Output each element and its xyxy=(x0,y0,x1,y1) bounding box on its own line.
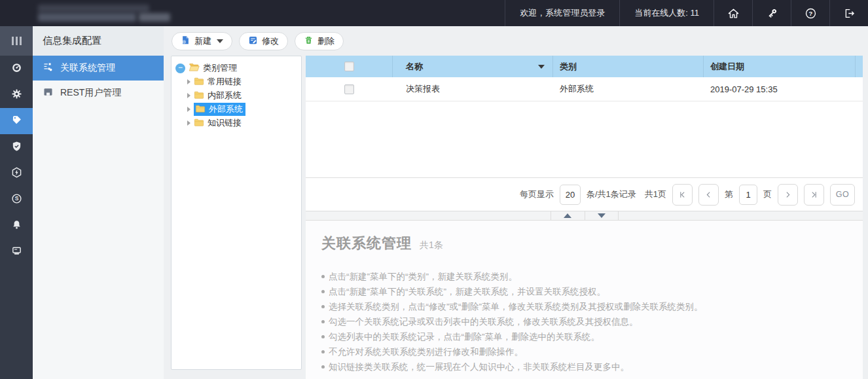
tree-node[interactable]: 内部系统 xyxy=(175,89,297,102)
sidebar-item-dashboard[interactable] xyxy=(0,56,33,82)
cell-name: 决策报表 xyxy=(406,83,440,95)
logout-button[interactable] xyxy=(829,0,868,26)
table-row[interactable]: 决策报表 外部系统 2019-07-29 15:35 xyxy=(306,77,863,101)
tree-node-label: 外部系统 xyxy=(209,103,243,115)
tree-node-label: 常用链接 xyxy=(208,76,242,88)
sidebar-item-notifications[interactable] xyxy=(0,213,33,239)
app-body: S 信息集成配置 关联系统管理 xyxy=(0,26,868,379)
rest-users-icon xyxy=(43,86,54,99)
tag-icon xyxy=(11,115,22,128)
dashboard-icon xyxy=(11,62,22,75)
sort-descending-icon[interactable] xyxy=(538,65,545,69)
nav-item-rest-users[interactable]: REST用户管理 xyxy=(33,81,164,105)
topbar-spacer xyxy=(183,0,505,26)
modify-button[interactable]: 修改 xyxy=(239,32,288,50)
column-header-category[interactable]: 类别 xyxy=(553,56,704,77)
table-header-row: 名称 类别 创建日期 xyxy=(306,56,863,77)
welcome-text: 欢迎，系统管理员登录 xyxy=(505,0,619,26)
go-button-label: GO xyxy=(836,190,849,199)
sidebar-item-terminal[interactable] xyxy=(0,239,33,265)
nav-item-related-systems[interactable]: 关联系统管理 xyxy=(33,56,164,81)
go-button[interactable]: GO xyxy=(830,184,855,206)
delete-button[interactable]: 删除 xyxy=(295,32,344,50)
logo-blur-block xyxy=(139,13,170,22)
chevron-down-icon xyxy=(217,39,223,43)
help-bullet: 点击“新建”菜单下的“类别”，新建关联系统类别。 xyxy=(321,269,847,284)
content-body: − 类别管理 常用链接 xyxy=(164,56,868,379)
bell-icon xyxy=(11,219,22,232)
tree-node-root[interactable]: − 类别管理 xyxy=(175,62,297,75)
sidebar-item-menu-toggle[interactable] xyxy=(0,26,33,56)
tree-node[interactable]: 常用链接 xyxy=(175,75,297,88)
cell-category: 外部系统 xyxy=(560,84,594,94)
row-checkbox[interactable] xyxy=(344,84,354,94)
help-bullet: 知识链接类关联系统，统一展现在个人知识中心，非关联系统栏目及更多中。 xyxy=(321,359,847,374)
sidebar-item-integration[interactable] xyxy=(0,108,33,134)
logo-blur-block xyxy=(38,13,136,22)
open-folder-icon xyxy=(189,62,200,74)
swirl-s-icon: S xyxy=(11,193,22,206)
new-button[interactable]: 新建 xyxy=(172,32,232,50)
help-button[interactable]: ? xyxy=(791,0,829,26)
records-label: 条/共1条记录 xyxy=(587,189,636,200)
sidebar-item-settings[interactable] xyxy=(0,82,33,108)
caret-right-icon[interactable] xyxy=(187,120,190,126)
password-button[interactable] xyxy=(752,0,791,26)
page-prefix-label: 第 xyxy=(725,189,733,200)
column-header-created[interactable]: 创建日期 xyxy=(704,56,856,77)
page-number-input[interactable] xyxy=(739,185,757,205)
splitter-collapse-up-button[interactable] xyxy=(551,211,585,220)
splitter-bar[interactable] xyxy=(306,211,863,221)
help-icon: ? xyxy=(805,7,817,20)
new-button-label: 新建 xyxy=(194,35,211,47)
tree-node-label: 知识链接 xyxy=(208,117,242,129)
nav-item-label: 关联系统管理 xyxy=(60,62,115,74)
per-page-label: 每页显示 xyxy=(520,189,554,200)
caret-right-icon[interactable] xyxy=(187,79,190,84)
app-window: 欢迎，系统管理员登录 当前在线人数: 11 ? xyxy=(0,0,868,379)
column-header-name[interactable]: 名称 xyxy=(393,56,553,77)
help-panel: 关联系统管理 共1条 点击“新建”菜单下的“类别”，新建关联系统类别。 点击“新… xyxy=(306,221,863,379)
caret-right-icon[interactable] xyxy=(187,107,190,112)
home-button[interactable] xyxy=(714,0,752,26)
row-select-cell xyxy=(306,84,393,94)
topbar: 欢迎，系统管理员登录 当前在线人数: 11 ? xyxy=(0,0,868,26)
column-header-label: 名称 xyxy=(406,61,423,73)
tree-node-label: 类别管理 xyxy=(203,62,237,74)
select-all-checkbox[interactable] xyxy=(344,62,354,71)
terminal-monitor-icon xyxy=(11,245,22,259)
pagination-bar: 每页显示 条/共1条记录 共1页 第 页 xyxy=(306,177,863,211)
help-bullet: 不允许对系统关联系统类别进行修改和删除操作。 xyxy=(321,344,847,359)
new-document-icon xyxy=(181,35,190,47)
content-area: 新建 修改 删除 xyxy=(164,26,868,379)
folder-icon xyxy=(194,90,204,101)
next-page-button[interactable] xyxy=(778,184,798,206)
arrow-up-icon xyxy=(564,213,571,218)
tree-node[interactable]: 知识链接 xyxy=(175,117,297,130)
home-icon xyxy=(727,7,740,20)
systems-table: 名称 类别 创建日期 xyxy=(306,56,863,177)
edit-icon xyxy=(248,35,258,47)
help-title: 关联系统管理 xyxy=(321,234,412,253)
sidebar-item-services[interactable]: S xyxy=(0,187,33,213)
first-page-button[interactable] xyxy=(672,184,693,206)
splitter-collapse-down-button[interactable] xyxy=(585,211,619,220)
svg-text:S: S xyxy=(14,195,18,202)
tree-node-selected[interactable]: 外部系统 xyxy=(175,103,297,116)
per-page-input[interactable] xyxy=(560,185,581,205)
caret-right-icon[interactable] xyxy=(187,93,190,98)
page-suffix-label: 页 xyxy=(763,189,772,200)
help-bullet: 点击“新建”菜单下的“关联系统”，新建关联系统，并设置关联系统授权。 xyxy=(321,284,847,299)
logout-icon xyxy=(843,7,856,20)
icon-sidebar: S xyxy=(0,26,33,379)
sidebar-item-security[interactable] xyxy=(0,134,33,160)
arrow-down-icon xyxy=(598,213,606,218)
trash-icon xyxy=(304,35,314,47)
prev-page-button[interactable] xyxy=(698,184,719,206)
last-page-button[interactable] xyxy=(804,184,824,206)
sidebar-item-power[interactable] xyxy=(0,160,33,187)
main-panel: 名称 类别 创建日期 xyxy=(306,56,863,379)
collapse-icon[interactable]: − xyxy=(175,63,185,73)
help-bullet: 勾选列表中的关联系统记录，点击“删除”菜单，删除选中的关联系统。 xyxy=(321,329,847,344)
online-count-text: 当前在线人数: 11 xyxy=(619,0,714,26)
